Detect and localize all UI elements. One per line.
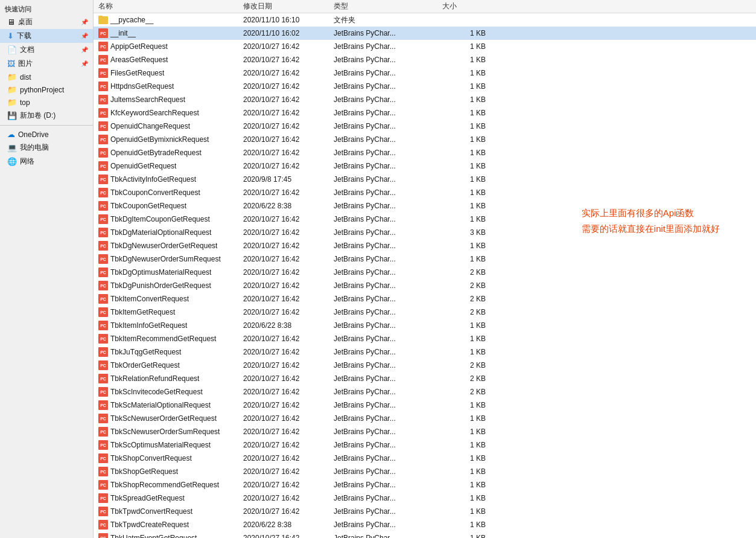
- file-name-cell: PCAreasGetRequest: [96, 55, 241, 65]
- sidebar-item-documents[interactable]: 📄 文档 📌: [0, 43, 93, 57]
- table-row[interactable]: PCTbkTpwdConvertRequest2020/10/27 16:42J…: [94, 505, 756, 518]
- sidebar-item-onedrive[interactable]: ☁ OneDrive: [0, 128, 93, 141]
- py-file-icon: PC: [98, 520, 108, 530]
- table-row[interactable]: PCJultemsSearchRequest2020/10/27 16:42Je…: [94, 93, 756, 106]
- sidebar-item-label: 文档: [20, 45, 34, 55]
- table-row[interactable]: PCTbkItemInfoGetRequest2020/6/22 8:38Jet…: [94, 319, 756, 332]
- file-date-cell: 2020/6/22 8:38: [241, 520, 331, 529]
- table-row[interactable]: PCOpenuidChangeRequest2020/10/27 16:42Je…: [94, 120, 756, 133]
- table-row[interactable]: PCOpenuidGetBymixnickRequest2020/10/27 1…: [94, 133, 756, 146]
- table-row[interactable]: PC__init__2020/11/10 16:02JetBrains PyCh…: [94, 27, 756, 40]
- file-type-cell: JetBrains PyChar...: [331, 388, 440, 396]
- sidebar-item-label: 桌面: [18, 17, 33, 27]
- file-name-cell: PCOpenuidGetBytradeRequest: [96, 148, 241, 158]
- table-row[interactable]: PCTbkShopGetRequest2020/10/27 16:42JetBr…: [94, 465, 756, 478]
- py-file-icon: PC: [98, 507, 108, 516]
- file-size-cell: 1 KB: [440, 401, 488, 409]
- table-row[interactable]: PCTbkShopConvertRequest2020/10/27 16:42J…: [94, 452, 756, 465]
- file-name-cell: PCTbkSpreadGetRequest: [96, 493, 241, 503]
- file-name-cell: PCTbkScMaterialOptionalRequest: [96, 400, 241, 410]
- table-row[interactable]: PCHttpdnsGetRequest2020/10/27 16:42JetBr…: [94, 80, 756, 93]
- table-row[interactable]: PCTbkUatmEventGetRequest2020/10/27 16:42…: [94, 531, 756, 538]
- table-row[interactable]: __pycache__2020/11/10 16:10文件夹: [94, 13, 756, 27]
- table-row[interactable]: PCTbkDgPunishOrderGetRequest2020/10/27 1…: [94, 279, 756, 292]
- file-name-cell: PCTbkDgPunishOrderGetRequest: [96, 281, 241, 290]
- file-type-cell: JetBrains PyChar...: [331, 481, 440, 489]
- py-file-icon: PC: [98, 414, 108, 423]
- col-header-date[interactable]: 修改日期: [241, 1, 331, 11]
- table-row[interactable]: PCFilesGetRequest2020/10/27 16:42JetBrai…: [94, 66, 756, 80]
- file-date-cell: 2020/10/27 16:42: [241, 82, 331, 91]
- table-row[interactable]: PCTbkItemRecommendGetRequest2020/10/27 1…: [94, 332, 756, 345]
- sidebar-item-downloads[interactable]: ⬇ 下载 📌: [0, 29, 93, 43]
- file-name: TbkSpreadGetRequest: [110, 494, 185, 502]
- file-size-cell: 1 KB: [440, 255, 488, 263]
- table-row[interactable]: PCAreasGetRequest2020/10/27 16:42JetBrai…: [94, 53, 756, 66]
- table-row[interactable]: PCTbkCouponConvertRequest2020/10/27 16:4…: [94, 186, 756, 199]
- file-size-cell: 1 KB: [440, 95, 488, 104]
- file-name: OpenuidGetBymixnickRequest: [110, 135, 209, 144]
- py-file-icon: PC: [98, 108, 108, 118]
- file-size-cell: 1 KB: [440, 242, 488, 250]
- file-name-cell: PCOpenuidGetRequest: [96, 161, 241, 171]
- table-row[interactable]: PCTbkTpwdCreateRequest2020/6/22 8:38JetB…: [94, 518, 756, 531]
- py-file-icon: PC: [98, 321, 108, 330]
- table-row[interactable]: PCTbkDgItemCouponGetRequest2020/10/27 16…: [94, 213, 756, 226]
- file-name-cell: PCTbkDgOptimusMaterialRequest: [96, 267, 241, 277]
- file-type-cell: JetBrains PyChar...: [331, 122, 440, 130]
- table-row[interactable]: PCTbkScNewuserOrderGetRequest2020/10/27 …: [94, 412, 756, 425]
- table-row[interactable]: PCOpenuidGetRequest2020/10/27 16:42JetBr…: [94, 159, 756, 173]
- file-type-cell: JetBrains PyChar...: [331, 175, 440, 184]
- table-row[interactable]: PCTbkScOptimusMaterialRequest2020/10/27 …: [94, 438, 756, 452]
- py-file-icon: PC: [98, 82, 108, 91]
- table-row[interactable]: PCTbkShopRecommendGetRequest2020/10/27 1…: [94, 478, 756, 492]
- table-row[interactable]: PCTbkCouponGetRequest2020/6/22 8:38JetBr…: [94, 199, 756, 213]
- table-row[interactable]: PCTbkDgNewuserOrderSumRequest2020/10/27 …: [94, 252, 756, 266]
- sidebar-item-pythonproject[interactable]: 📁 pythonProject: [0, 83, 93, 96]
- sidebar-item-desktop[interactable]: 🖥 桌面 📌: [0, 15, 93, 29]
- file-size-cell: 3 KB: [440, 228, 488, 237]
- sidebar-item-pictures[interactable]: 🖼 图片 📌: [0, 57, 93, 71]
- table-row[interactable]: PCTbkItemGetRequest2020/10/27 16:42JetBr…: [94, 306, 756, 319]
- file-name-cell: PCTbkScInvitecodeGetRequest: [96, 387, 241, 397]
- table-row[interactable]: PCOpenuidGetBytradeRequest2020/10/27 16:…: [94, 146, 756, 159]
- table-row[interactable]: PCTbkSpreadGetRequest2020/10/27 16:42Jet…: [94, 492, 756, 505]
- file-name: TbkItemGetRequest: [110, 308, 175, 316]
- file-size-cell: 1 KB: [440, 414, 488, 423]
- sidebar-item-top[interactable]: 📁 top: [0, 96, 93, 109]
- sidebar-item-dist[interactable]: 📁 dist: [0, 71, 93, 83]
- table-row[interactable]: PCTbkScInvitecodeGetRequest2020/10/27 16…: [94, 385, 756, 399]
- file-name-cell: PCTbkUatmEventGetRequest: [96, 533, 241, 538]
- file-name: TbkDgNewuserOrderSumRequest: [110, 255, 221, 263]
- py-file-icon: PC: [98, 453, 108, 463]
- sidebar-item-network[interactable]: 🌐 网络: [0, 155, 93, 168]
- col-header-size[interactable]: 大小: [440, 1, 488, 11]
- col-header-type[interactable]: 类型: [331, 1, 440, 11]
- table-row[interactable]: PCTbkDgNewuserOrderGetRequest2020/10/27 …: [94, 239, 756, 252]
- file-name: __init__: [110, 29, 136, 37]
- file-type-cell: JetBrains PyChar...: [331, 255, 440, 263]
- col-header-name[interactable]: 名称: [96, 1, 241, 11]
- file-type-cell: JetBrains PyChar...: [331, 534, 440, 538]
- table-row[interactable]: PCTbkScNewuserOrderSumRequest2020/10/27 …: [94, 425, 756, 438]
- sidebar-item-new-volume[interactable]: 💾 新加卷 (D:): [0, 109, 93, 123]
- sidebar-section-title: 快速访问: [0, 2, 93, 15]
- table-row[interactable]: PCTbkScMaterialOptionalRequest2020/10/27…: [94, 399, 756, 412]
- table-row[interactable]: PCTbkActivityInfoGetRequest2020/9/8 17:4…: [94, 173, 756, 186]
- file-name-cell: PCAppipGetRequest: [96, 42, 241, 51]
- file-date-cell: 2020/10/27 16:42: [241, 467, 331, 476]
- sidebar-item-my-computer[interactable]: 💻 我的电脑: [0, 141, 93, 155]
- table-row[interactable]: PCTbkOrderGetRequest2020/10/27 16:42JetB…: [94, 359, 756, 372]
- file-name-cell: PCTbkDgNewuserOrderGetRequest: [96, 241, 241, 251]
- table-row[interactable]: PCTbkRelationRefundRequest2020/10/27 16:…: [94, 372, 756, 385]
- desktop-icon: 🖥: [7, 18, 15, 27]
- file-name-cell: PCOpenuidChangeRequest: [96, 121, 241, 131]
- table-row[interactable]: PCKfcKeywordSearchRequest2020/10/27 16:4…: [94, 106, 756, 120]
- table-row[interactable]: PCTbkJuTqgGetRequest2020/10/27 16:42JetB…: [94, 345, 756, 359]
- table-row[interactable]: PCTbkItemConvertRequest2020/10/27 16:42J…: [94, 292, 756, 306]
- table-row[interactable]: PCAppipGetRequest2020/10/27 16:42JetBrai…: [94, 40, 756, 53]
- table-row[interactable]: PCTbkDgMaterialOptionalRequest2020/10/27…: [94, 226, 756, 239]
- file-type-cell: JetBrains PyChar...: [331, 308, 440, 316]
- table-row[interactable]: PCTbkDgOptimusMaterialRequest2020/10/27 …: [94, 266, 756, 279]
- file-name-cell: PCTbkScNewuserOrderSumRequest: [96, 427, 241, 437]
